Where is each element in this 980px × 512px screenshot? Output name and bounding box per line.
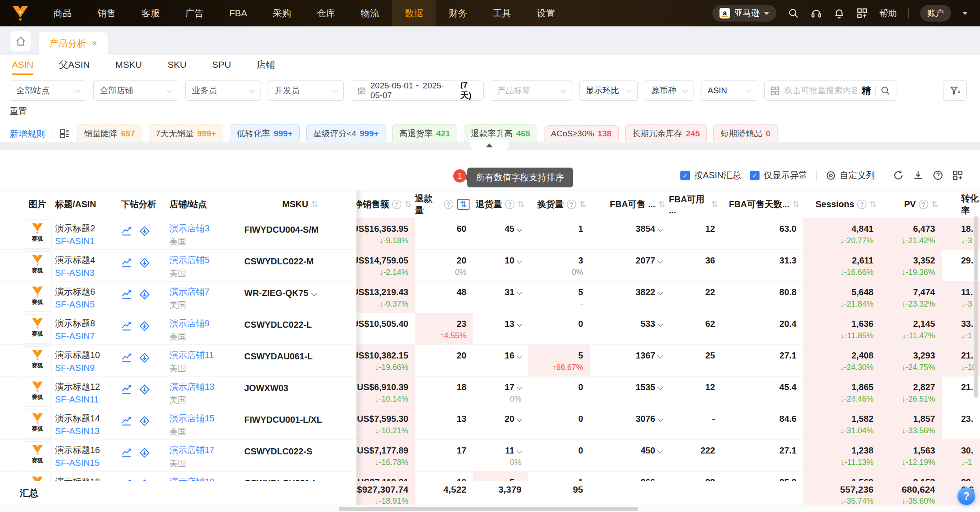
rule-tag[interactable]: ACoS≥30%138 bbox=[544, 125, 619, 142]
asin-link[interactable]: SF-ASIN9 bbox=[55, 362, 95, 374]
trend-chart-button[interactable] bbox=[121, 257, 132, 281]
close-icon[interactable]: × bbox=[92, 38, 97, 49]
filter-shop-select[interactable]: 全部店铺 bbox=[93, 80, 178, 101]
chevron-down-icon[interactable] bbox=[657, 384, 663, 390]
chevron-down-icon[interactable] bbox=[657, 289, 663, 295]
chevron-down-icon[interactable] bbox=[517, 258, 522, 263]
cell-return[interactable]: 16 bbox=[473, 345, 528, 376]
asin-link[interactable]: SF-ASIN11 bbox=[55, 393, 99, 406]
sort-icon[interactable]: ⇅ bbox=[518, 200, 525, 208]
product-image[interactable]: 赛狐 bbox=[20, 377, 55, 408]
shop-link[interactable]: 演示店铺7 bbox=[169, 285, 209, 298]
batch-search-input[interactable]: 双击可批量搜索内容 精 bbox=[764, 80, 896, 101]
drill-down-icon[interactable] bbox=[139, 384, 150, 395]
shop-link[interactable]: 演示店铺3 bbox=[169, 222, 209, 235]
collapse-filters-button[interactable] bbox=[470, 140, 509, 150]
cell-return[interactable]: 13 bbox=[473, 313, 528, 344]
nav-item-FBA[interactable]: FBA bbox=[217, 0, 260, 26]
customize-columns-button[interactable]: 自定义列 bbox=[826, 169, 875, 181]
filter-compare-select[interactable]: 显示环比 bbox=[579, 80, 638, 101]
product-image[interactable]: 赛狐 bbox=[20, 218, 55, 249]
trend-chart-icon[interactable] bbox=[121, 416, 132, 427]
cell-return[interactable]: 45 bbox=[473, 218, 528, 249]
trend-chart-button[interactable] bbox=[121, 289, 132, 313]
trend-chart-icon[interactable] bbox=[121, 289, 132, 300]
cell-fba_sellable[interactable]: 450 bbox=[590, 440, 669, 471]
rule-tag[interactable]: 星级评分<4999+ bbox=[306, 124, 385, 143]
shop-link[interactable]: 演示店铺17 bbox=[169, 444, 214, 457]
drill-down-button[interactable] bbox=[139, 226, 150, 249]
horizontal-scrollbar-thumb[interactable] bbox=[339, 507, 638, 511]
search-icon[interactable] bbox=[788, 7, 799, 19]
product-image[interactable]: 赛狐 bbox=[20, 250, 55, 281]
subtab-SKU[interactable]: SKU bbox=[168, 55, 187, 75]
date-range-picker[interactable]: 2025-05-01 ~ 2025-05-07 (7天) bbox=[351, 80, 484, 101]
product-image[interactable]: 赛狐 bbox=[20, 345, 55, 376]
asin-link[interactable]: SF-ASIN5 bbox=[55, 298, 95, 311]
rule-tag[interactable]: 长期冗余库存245 bbox=[625, 124, 707, 143]
trend-chart-button[interactable] bbox=[121, 416, 132, 439]
drill-down-icon[interactable] bbox=[139, 257, 150, 268]
trend-chart-icon[interactable] bbox=[121, 384, 132, 395]
cell-return[interactable]: 20 bbox=[473, 408, 528, 439]
home-tab-button[interactable] bbox=[11, 31, 31, 51]
chevron-down-icon[interactable] bbox=[517, 416, 522, 422]
support-headset-icon[interactable] bbox=[811, 7, 822, 19]
sort-icon[interactable]: ⇅ bbox=[404, 200, 411, 208]
rule-tag[interactable]: 低转化率999+ bbox=[230, 124, 300, 143]
nav-item-财务[interactable]: 财务 bbox=[436, 0, 480, 26]
cell-fba_sellable[interactable]: 3076 bbox=[590, 408, 669, 439]
chevron-down-icon[interactable] bbox=[962, 12, 968, 15]
chevron-down-icon[interactable] bbox=[517, 289, 522, 295]
drill-down-button[interactable] bbox=[139, 352, 150, 376]
exact-match-toggle[interactable]: 精 bbox=[862, 84, 871, 97]
cell-return[interactable]: 5 bbox=[473, 472, 528, 481]
table-help-button[interactable] bbox=[932, 170, 943, 181]
asin-link[interactable]: SF-ASIN13 bbox=[55, 425, 99, 438]
chevron-down-icon[interactable] bbox=[517, 353, 522, 358]
nav-item-广告[interactable]: 广告 bbox=[173, 0, 217, 26]
trend-chart-button[interactable] bbox=[121, 352, 132, 376]
drill-down-button[interactable] bbox=[139, 384, 150, 408]
filter-developer-select[interactable]: 开发员 bbox=[268, 80, 344, 101]
cell-fba_sellable[interactable]: 2077 bbox=[590, 250, 669, 281]
sort-icon[interactable]: ⇅ bbox=[870, 200, 877, 208]
drill-down-icon[interactable] bbox=[139, 352, 150, 363]
search-icon[interactable] bbox=[880, 85, 891, 96]
product-image[interactable]: 赛狐 bbox=[20, 408, 55, 439]
drill-down-button[interactable] bbox=[139, 447, 150, 471]
shop-link[interactable]: 演示店铺15 bbox=[169, 412, 214, 425]
sort-icon[interactable]: ⇅ bbox=[711, 200, 718, 208]
nav-item-物流[interactable]: 物流 bbox=[348, 0, 392, 26]
fullscreen-grid-button[interactable] bbox=[952, 170, 963, 181]
nav-item-数据[interactable]: 数据 bbox=[392, 0, 436, 26]
notifications-bell-icon[interactable] bbox=[833, 7, 845, 19]
chevron-down-icon[interactable] bbox=[311, 291, 317, 296]
drill-down-icon[interactable] bbox=[139, 416, 150, 427]
drill-down-icon[interactable] bbox=[139, 289, 150, 300]
product-image[interactable]: 赛狐 bbox=[20, 313, 55, 344]
sort-icon[interactable]: ⇅ bbox=[793, 200, 800, 208]
asin-link[interactable]: SF-ASIN3 bbox=[55, 267, 95, 279]
chevron-down-icon[interactable] bbox=[657, 353, 663, 358]
nav-item-客服[interactable]: 客服 bbox=[128, 0, 173, 26]
vertical-scrollbar-thumb[interactable] bbox=[974, 216, 978, 398]
trend-chart-icon[interactable] bbox=[121, 226, 132, 237]
group-by-asin-checkbox[interactable]: ✓按ASIN汇总 bbox=[680, 169, 741, 181]
drill-down-button[interactable] bbox=[139, 321, 150, 344]
filter-salesperson-select[interactable]: 业务员 bbox=[185, 80, 261, 101]
rule-tag[interactable]: 销量陡降657 bbox=[77, 124, 142, 143]
chevron-down-icon[interactable] bbox=[517, 321, 522, 327]
drill-down-icon[interactable] bbox=[139, 321, 150, 332]
shop-link[interactable]: 演示店铺13 bbox=[169, 380, 214, 393]
shop-link[interactable]: 演示店铺11 bbox=[169, 349, 214, 362]
rule-tag[interactable]: 短期滞销品0 bbox=[713, 124, 778, 143]
shop-link[interactable]: 演示店铺5 bbox=[169, 254, 209, 267]
subtab-ASIN[interactable]: ASIN bbox=[12, 55, 33, 75]
asin-link[interactable]: SF-ASIN1 bbox=[55, 235, 95, 248]
chevron-down-icon[interactable] bbox=[657, 416, 663, 422]
chevron-down-icon[interactable] bbox=[657, 226, 663, 232]
add-rule-button[interactable]: 新增规则 bbox=[10, 128, 45, 140]
help-link[interactable]: 帮助 bbox=[879, 7, 897, 19]
cell-return[interactable]: 110% bbox=[473, 440, 528, 471]
